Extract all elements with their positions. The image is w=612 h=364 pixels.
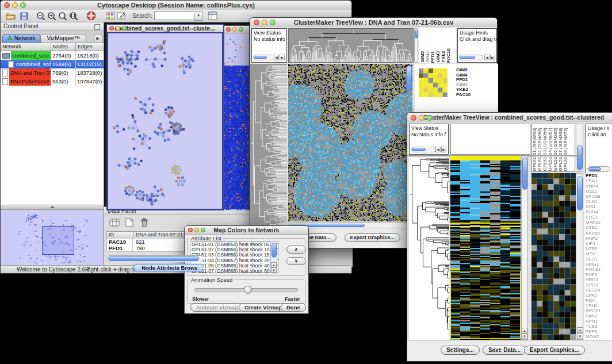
close-icon[interactable] <box>254 20 259 25</box>
zoom-selected-icon[interactable] <box>57 10 68 21</box>
dense-network-canvas[interactable] <box>224 33 249 210</box>
scroll-up-icon[interactable]: ▲ <box>577 327 583 333</box>
network-row[interactable]: RNAPuberNov2+563(0)107847(0) <box>1 77 104 86</box>
zoom-window-icon[interactable] <box>20 2 26 8</box>
network-graph-canvas[interactable] <box>108 33 222 209</box>
minimize-icon[interactable] <box>116 26 120 30</box>
scroll-right-icon[interactable]: ▶ <box>490 55 495 60</box>
attribute-list-scrollbar[interactable]: ▲ ▼ <box>270 242 277 273</box>
treeview1-title-bar[interactable]: ClusterMaker TreeView : DNA and Tran 07-… <box>250 18 497 28</box>
network-view-title-bar[interactable]: combined_scores_good.txt--cluste… <box>107 25 223 33</box>
row-dendrogram-canvas[interactable] <box>250 64 287 227</box>
network-row[interactable]: combined_sco2569(6)13112(15) <box>1 60 104 68</box>
scroll-down-icon[interactable]: ▼ <box>271 267 277 273</box>
zoom-window-icon[interactable] <box>122 26 127 30</box>
animation-speed-slider[interactable] <box>194 288 298 292</box>
usage-hints-scrollbar[interactable] <box>459 55 483 60</box>
heatmap-vertical-scrollbar[interactable]: ▲ ▼ <box>521 156 528 340</box>
mini-heatmap-canvas[interactable] <box>419 68 447 97</box>
zoom-in-icon[interactable] <box>46 10 57 21</box>
heatmap-vertical-scrollbar[interactable] <box>406 66 412 92</box>
zoom-window-icon[interactable] <box>427 115 433 121</box>
scroll-down-icon[interactable]: ▼ <box>577 334 583 339</box>
close-icon[interactable] <box>188 228 193 232</box>
close-icon[interactable] <box>4 2 10 8</box>
scroll-right-icon[interactable]: ▶ <box>280 55 285 60</box>
attribute-browser-icon[interactable] <box>207 10 218 21</box>
save-data-button[interactable]: Save Data... <box>483 346 526 355</box>
tab-vizmapper[interactable]: VizMapper™ <box>40 34 86 43</box>
data-panel-horizontal-scrollbar[interactable] <box>106 255 202 262</box>
panel-splitter[interactable] <box>1 205 104 210</box>
gene-row-label: MSL1 <box>586 189 612 194</box>
minimize-icon[interactable] <box>12 2 18 8</box>
annotation-icon[interactable] <box>116 10 127 21</box>
column-dendrogram-canvas[interactable] <box>288 28 414 63</box>
close-icon[interactable] <box>226 27 231 32</box>
delete-attribute-icon[interactable] <box>139 217 150 228</box>
heatmap-canvas[interactable] <box>288 64 412 221</box>
heatmap-canvas[interactable] <box>450 156 521 340</box>
scroll-down-icon[interactable]: ▼ <box>522 334 527 339</box>
scroll-up-icon[interactable]: ▲ <box>271 262 277 267</box>
scroll-left-icon[interactable]: ◀ <box>484 55 489 60</box>
done-button[interactable]: Done <box>281 303 306 312</box>
network-row[interactable]: combined_scores2764(0)16218(0) <box>1 51 104 60</box>
column-dendrogram-scrollbar[interactable] <box>414 28 418 63</box>
zoom-fit-icon[interactable] <box>68 10 79 21</box>
tab-network[interactable]: Network <box>2 34 40 43</box>
network-table-filler <box>1 86 104 205</box>
zoom-window-icon[interactable] <box>201 228 205 232</box>
vizmapper-icon[interactable] <box>105 10 116 21</box>
main-title-bar[interactable]: Cytoscape Desktop (Session Name: collins… <box>1 1 351 10</box>
network-overview[interactable] <box>1 210 104 267</box>
export-graphics-button[interactable]: Export Graphics... <box>524 346 585 355</box>
minimize-icon[interactable] <box>232 27 237 32</box>
view-status-scrollbar[interactable] <box>253 55 276 60</box>
settings-button[interactable]: Settings... <box>441 346 480 355</box>
usage-hints-scrollbar[interactable] <box>587 166 610 172</box>
search-dropdown-button[interactable]: ▼ <box>194 11 202 21</box>
network-row[interactable]: DNA and Tran 07769(0)183728(0) <box>1 68 104 77</box>
control-panel-header: Control Panel <box>1 22 104 31</box>
save-icon[interactable] <box>18 10 29 21</box>
attribute-list-item[interactable]: GPL51-07 (GSM868) heat shock 60 min <box>190 269 278 273</box>
attribute-list[interactable]: GPL51-01 (GSM854) heat shock 05 minGPL51… <box>190 242 278 273</box>
scroll-left-icon[interactable]: ◀ <box>274 55 279 60</box>
scroll-right-icon[interactable]: ▶ <box>441 147 446 152</box>
tab-overflow-button[interactable]: ▶ <box>94 34 102 43</box>
minimize-icon[interactable] <box>262 20 267 25</box>
export-graphics-button[interactable]: Export Graphics... <box>345 233 401 242</box>
new-attribute-icon[interactable] <box>124 217 135 228</box>
usage-hints-text: Click an <box>588 132 612 138</box>
node-attribute-browser-button[interactable]: Node Attribute Brows <box>133 264 202 271</box>
overview-viewport-rect[interactable] <box>42 226 74 255</box>
view-status-scrollbar[interactable] <box>411 147 436 152</box>
treeview2-title-bar[interactable]: ClusterMaker TreeView : combined_scores_… <box>407 113 612 123</box>
zoomed-heatmap-canvas[interactable] <box>531 173 576 340</box>
zoom-out-icon[interactable] <box>35 10 46 21</box>
minimize-icon[interactable] <box>419 115 424 121</box>
slider-thumb[interactable] <box>244 286 252 294</box>
move-attribute-down-button[interactable]: ∨ <box>286 257 306 265</box>
dialog-title-bar[interactable]: Map Colors to Network <box>185 226 308 235</box>
array-column-label: GPL51-02 (GSM855) <box>538 128 542 171</box>
search-input[interactable] <box>154 12 194 20</box>
close-icon[interactable] <box>411 115 416 121</box>
animate-vizmap-button[interactable]: Animate Vizmap <box>190 303 244 312</box>
gene-list-scrollbar[interactable]: ▲ ▼ <box>576 173 583 340</box>
scroll-left-icon[interactable]: ◀ <box>435 147 441 152</box>
zoom-window-icon[interactable] <box>239 27 243 32</box>
open-file-icon[interactable] <box>5 10 16 21</box>
network-nodes-count: 769(0) <box>51 68 76 77</box>
zoom-window-icon[interactable] <box>270 20 276 25</box>
float-panel-icon[interactable] <box>94 24 100 30</box>
select-attributes-icon[interactable] <box>109 217 120 228</box>
column-labels-scrollbar[interactable] <box>576 124 583 172</box>
scroll-up-icon[interactable]: ▲ <box>522 328 527 334</box>
minimize-icon[interactable] <box>194 228 199 232</box>
move-attribute-up-button[interactable]: ∧ <box>286 246 306 254</box>
help-icon[interactable] <box>86 10 97 21</box>
row-dendrogram-canvas[interactable] <box>409 157 449 340</box>
close-icon[interactable] <box>109 26 114 30</box>
